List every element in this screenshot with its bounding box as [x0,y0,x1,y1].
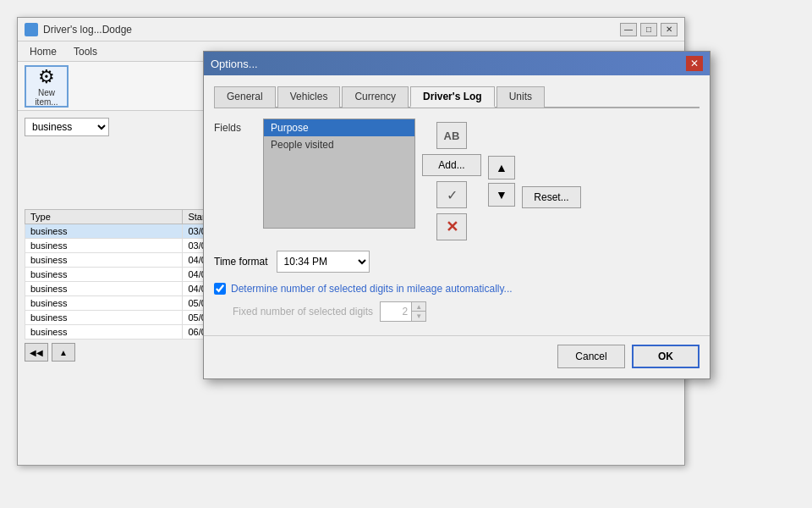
move-down-button[interactable]: ▼ [488,183,515,207]
menu-home[interactable]: Home [21,44,65,59]
cell-type: business [25,282,183,296]
fixed-digits-label: Fixed number of selected digits [233,306,373,318]
checkmark-icon: ✓ [447,187,458,203]
reset-col: Reset... [522,119,581,240]
edit-button[interactable]: ✓ [436,181,467,208]
dialog-footer: Cancel OK [204,335,710,378]
prev-button[interactable]: ▲ [52,343,75,362]
tab-bar: General Vehicles Currency Driver's Log U… [214,86,700,108]
tab-drivers-log[interactable]: Driver's Log [410,86,495,108]
ab-icon: AB [444,130,460,142]
app-icon [25,23,38,36]
minimize-button[interactable]: — [620,23,637,36]
cell-type: business [25,253,183,268]
first-button[interactable]: ◀◀ [25,343,48,362]
down-arrow-icon: ▼ [496,188,508,202]
cell-type: business [25,325,183,340]
window-controls: — □ ✕ [620,23,678,36]
fields-row: Fields PurposePeople visited AB Add... ✓… [214,119,700,240]
close-button[interactable]: ✕ [661,23,678,36]
cell-type: business [25,296,183,311]
ab-icon-button[interactable]: AB [436,122,467,149]
category-select[interactable]: business personal [25,118,109,136]
fields-list[interactable]: PurposePeople visited [263,119,415,229]
digits-up-button[interactable]: ▲ [412,302,425,312]
title-bar: Driver's log...Dodge — □ ✕ [18,18,684,41]
tab-currency[interactable]: Currency [342,86,409,108]
gear-icon: ⚙ [38,66,55,88]
menu-tools[interactable]: Tools [65,44,106,59]
delete-button[interactable]: ✕ [436,213,467,240]
dialog-title: Options... [211,58,258,70]
digits-arrows: ▲ ▼ [411,302,425,321]
cell-type: business [25,268,183,282]
col-type: Type [25,210,183,224]
digits-spinner: ▲ ▼ [380,301,426,322]
time-format-select[interactable]: 10:34 PM 22:34 [277,251,370,273]
cell-type: business [25,239,183,253]
cell-type: business [25,311,183,325]
tab-units[interactable]: Units [497,86,545,108]
cancel-button[interactable]: Cancel [557,345,625,368]
fields-actions: AB Add... ✓ ✕ [422,119,481,240]
ok-button[interactable]: OK [632,345,700,368]
digits-input[interactable] [381,302,411,321]
dialog-close-button[interactable]: ✕ [686,56,703,71]
dialog-content: General Vehicles Currency Driver's Log U… [204,75,710,332]
digits-down-button[interactable]: ▼ [412,312,425,321]
field-list-item[interactable]: People visited [264,136,414,153]
tab-general[interactable]: General [214,86,276,108]
options-dialog: Options... ✕ General Vehicles Currency D… [203,51,710,379]
time-format-label: Time format [214,256,268,268]
fixed-digits-row: Fixed number of selected digits ▲ ▼ [233,301,700,322]
cell-type: business [25,224,183,239]
move-buttons: ▲ ▼ [488,119,515,240]
auto-digits-checkbox-row: Determine number of selected digits in m… [214,283,700,295]
up-arrow-icon: ▲ [496,161,508,174]
reset-button[interactable]: Reset... [522,186,581,208]
tab-vehicles[interactable]: Vehicles [277,86,341,108]
auto-digits-checkbox[interactable] [214,283,226,295]
fields-label: Fields [214,122,256,240]
delete-icon: ✕ [446,218,458,236]
app-title: Driver's log...Dodge [43,24,620,36]
maximize-button[interactable]: □ [640,23,657,36]
field-list-item[interactable]: Purpose [264,119,414,136]
time-format-row: Time format 10:34 PM 22:34 [214,251,700,273]
new-item-button[interactable]: ⚙ New item... [25,65,69,108]
move-up-button[interactable]: ▲ [488,156,515,179]
new-item-label: New item... [26,88,67,107]
auto-digits-label: Determine number of selected digits in m… [231,283,513,295]
dialog-title-bar: Options... ✕ [204,52,710,75]
add-button[interactable]: Add... [422,154,481,176]
